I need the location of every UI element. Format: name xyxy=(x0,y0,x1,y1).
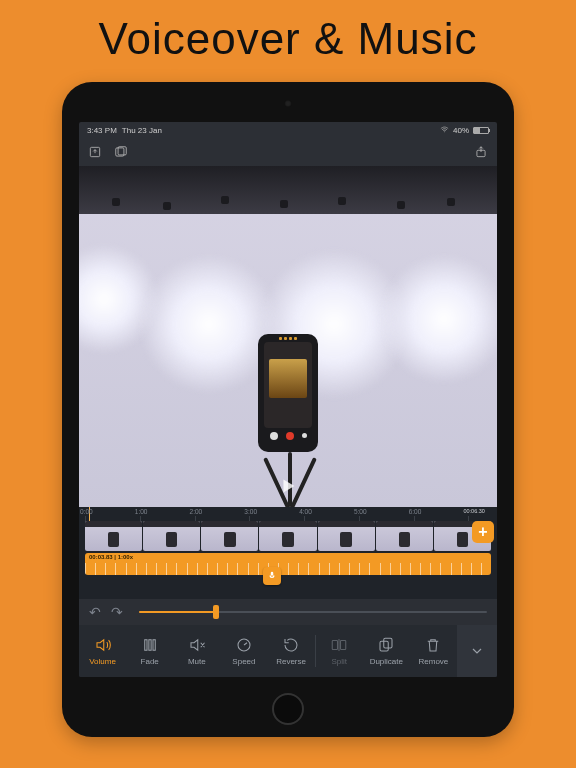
bottom-toolrow: Volume Fade Mute Speed Reverse xyxy=(79,625,497,677)
status-time: 3:43 PM xyxy=(87,126,117,135)
headline: Voiceover & Music xyxy=(99,14,478,64)
tool-reverse[interactable]: Reverse xyxy=(268,625,315,677)
time-ruler[interactable]: 0:00 1:00 2:00 3:00 4:00 5:00 6:00 00:06… xyxy=(79,507,497,521)
collapse-toolrow-button[interactable] xyxy=(457,625,497,677)
battery-icon xyxy=(473,127,489,134)
wifi-icon xyxy=(440,125,449,136)
audio-track[interactable]: 00:03.83 | 1:00x xyxy=(79,551,497,581)
tool-label: Speed xyxy=(232,657,255,666)
svg-rect-9 xyxy=(341,641,346,650)
ruler-tick: 6:00 xyxy=(409,508,422,515)
tool-label: Mute xyxy=(188,657,206,666)
video-track[interactable]: + xyxy=(79,521,497,551)
video-clip-thumb[interactable] xyxy=(143,521,200,551)
ruler-tick: 1:00 xyxy=(135,508,148,515)
video-preview[interactable] xyxy=(79,166,497,507)
tool-label: Split xyxy=(331,657,347,666)
tool-label: Volume xyxy=(89,657,116,666)
ruler-tick: 0:00 xyxy=(80,508,93,515)
ruler-tick: 4:00 xyxy=(299,508,312,515)
undo-button[interactable]: ↶ xyxy=(89,604,101,620)
ruler-tick: 2:00 xyxy=(190,508,203,515)
ruler-tick: 3:00 xyxy=(244,508,257,515)
tool-split[interactable]: Split xyxy=(316,625,363,677)
top-toolbar xyxy=(79,138,497,166)
svg-rect-5 xyxy=(149,640,151,651)
slider-knob[interactable] xyxy=(213,605,219,619)
tool-label: Reverse xyxy=(276,657,306,666)
timeline: 0:00 1:00 2:00 3:00 4:00 5:00 6:00 00:06… xyxy=(79,507,497,599)
app-screen: 3:43 PM Thu 23 Jan 40% xyxy=(79,122,497,677)
tool-volume[interactable]: Volume xyxy=(79,625,126,677)
audio-clip-info: 00:03.83 | 1:00x xyxy=(89,554,133,560)
ruler-tick-end: 00:06.30 xyxy=(463,508,484,514)
voiceover-record-handle[interactable] xyxy=(263,567,281,585)
tool-duplicate[interactable]: Duplicate xyxy=(363,625,410,677)
share-button[interactable] xyxy=(473,144,489,160)
import-media-button[interactable] xyxy=(87,144,103,160)
ruler-tick: 5:00 xyxy=(354,508,367,515)
battery-percent: 40% xyxy=(453,126,469,135)
video-clip-thumb[interactable] xyxy=(85,521,142,551)
library-button[interactable] xyxy=(113,144,129,160)
tablet-device-frame: 3:43 PM Thu 23 Jan 40% xyxy=(62,82,514,737)
svg-rect-8 xyxy=(332,641,337,650)
tool-speed[interactable]: Speed xyxy=(220,625,267,677)
add-clip-button[interactable]: + xyxy=(472,521,494,543)
volume-slider[interactable] xyxy=(139,611,487,613)
tool-label: Fade xyxy=(141,657,159,666)
svg-rect-6 xyxy=(153,640,155,651)
tool-mute[interactable]: Mute xyxy=(173,625,220,677)
video-clip-thumb[interactable] xyxy=(201,521,258,551)
tool-fade[interactable]: Fade xyxy=(126,625,173,677)
transport-bar: ↶ ↷ xyxy=(79,599,497,625)
home-button[interactable] xyxy=(272,693,304,725)
video-clip-thumb[interactable] xyxy=(259,521,316,551)
tool-label: Duplicate xyxy=(370,657,403,666)
status-bar: 3:43 PM Thu 23 Jan 40% xyxy=(79,122,497,138)
svg-rect-4 xyxy=(144,640,146,651)
status-date: Thu 23 Jan xyxy=(122,126,162,135)
tool-remove[interactable]: Remove xyxy=(410,625,457,677)
play-button[interactable] xyxy=(277,475,299,501)
front-camera xyxy=(285,100,292,107)
tool-label: Remove xyxy=(419,657,449,666)
video-clip-thumb[interactable] xyxy=(376,521,433,551)
voiceover-clip[interactable]: 00:03.83 | 1:00x xyxy=(85,553,491,575)
redo-button[interactable]: ↷ xyxy=(111,604,123,620)
video-clip-thumb[interactable] xyxy=(318,521,375,551)
